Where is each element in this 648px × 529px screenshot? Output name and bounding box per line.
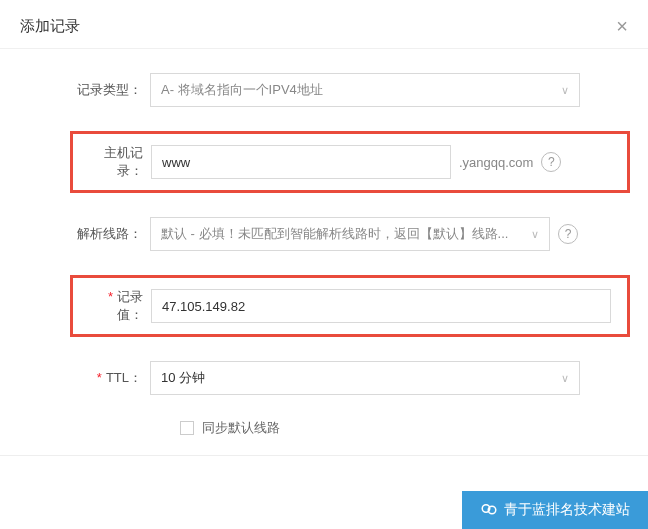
record-value-input[interactable] [162, 299, 600, 314]
ttl-select[interactable]: 10 分钟 ∨ [150, 361, 580, 395]
record-type-row: 记录类型： A- 将域名指向一个IPV4地址 ∨ [0, 73, 648, 107]
record-type-label: 记录类型： [0, 81, 150, 99]
record-value-row: *记录值： [70, 275, 630, 337]
host-record-label: 主机记录： [83, 144, 151, 180]
sync-default-checkbox[interactable] [180, 421, 194, 435]
host-record-row: 主机记录： .yangqq.com ? [70, 131, 630, 193]
ttl-label: *TTL： [0, 369, 150, 387]
modal-title: 添加记录 [20, 17, 80, 36]
chevron-down-icon: ∨ [561, 84, 569, 97]
modal-header: 添加记录 × [0, 0, 648, 49]
ttl-row: *TTL： 10 分钟 ∨ [0, 361, 648, 395]
help-icon[interactable]: ? [558, 224, 578, 244]
record-type-value: A- 将域名指向一个IPV4地址 [161, 81, 323, 99]
modal-body: 记录类型： A- 将域名指向一个IPV4地址 ∨ 主机记录： .yangqq.c… [0, 49, 648, 466]
add-record-modal: 添加记录 × 记录类型： A- 将域名指向一个IPV4地址 ∨ 主机记录： .y… [0, 0, 648, 466]
host-record-input-wrap [151, 145, 451, 179]
record-value-input-wrap [151, 289, 611, 323]
speech-icon [480, 501, 498, 519]
sync-default-label: 同步默认线路 [202, 419, 280, 437]
close-icon[interactable]: × [616, 16, 628, 36]
chevron-down-icon: ∨ [561, 372, 569, 385]
resolution-line-row: 解析线路： 默认 - 必填！未匹配到智能解析线路时，返回【默认】线路... ∨ … [0, 217, 648, 251]
resolution-line-label: 解析线路： [0, 225, 150, 243]
record-value-label: *记录值： [83, 288, 151, 324]
help-icon[interactable]: ? [541, 152, 561, 172]
required-mark: * [108, 289, 113, 304]
banner-text: 青于蓝排名技术建站 [504, 501, 630, 519]
host-record-suffix: .yangqq.com [459, 155, 533, 170]
ttl-value: 10 分钟 [161, 369, 205, 387]
divider [0, 455, 648, 456]
watermark-banner: 青于蓝排名技术建站 [462, 491, 648, 529]
resolution-line-value: 默认 - 必填！未匹配到智能解析线路时，返回【默认】线路... [161, 225, 508, 243]
record-type-select[interactable]: A- 将域名指向一个IPV4地址 ∨ [150, 73, 580, 107]
resolution-line-select[interactable]: 默认 - 必填！未匹配到智能解析线路时，返回【默认】线路... ∨ [150, 217, 550, 251]
sync-default-row: 同步默认线路 [0, 419, 648, 437]
required-mark: * [97, 370, 102, 385]
host-record-input[interactable] [162, 155, 440, 170]
chevron-down-icon: ∨ [531, 228, 539, 241]
